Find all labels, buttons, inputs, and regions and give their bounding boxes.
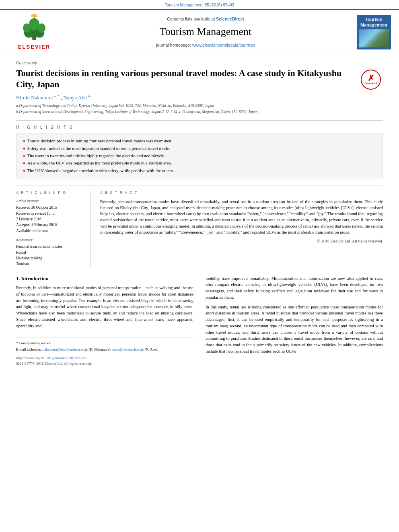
highlights-header: H I G H L I G H T S: [16, 125, 383, 130]
email1-name: (H. Nakamura),: [88, 347, 111, 351]
abstract-col: A B S T R A C T Recently, personal trans…: [100, 190, 383, 267]
journal-citation-bar: Tourism Management 55 (2016) 85–93: [0, 0, 399, 9]
history-received: Received 30 October 2015: [16, 205, 84, 210]
highlight-text-4: As a whole, the ULV was regarded as the …: [27, 160, 172, 166]
author2-sup: b: [88, 94, 90, 98]
highlight-text-1: Tourist decision process in renting four…: [27, 138, 173, 144]
svg-point-10: [33, 14, 35, 16]
case-study-label: Case study: [16, 60, 383, 66]
body-left-column: 1. Introduction Recently, in addition to…: [16, 275, 193, 366]
history-accepted: Accepted 8 February 2016: [16, 222, 84, 228]
article-title: Tourist decisions in renting various per…: [16, 68, 383, 90]
contents-available-line: Contents lists available at ScienceDirec…: [60, 16, 351, 22]
elsevier-tree-icon: [14, 14, 54, 42]
body-right-text1: mobility have improved remarkably. Minia…: [206, 275, 383, 301]
author1-sup: a, *: [54, 94, 60, 98]
abstract-title: A B S T R A C T: [100, 190, 383, 195]
homepage-url[interactable]: www.elsevier.com/locate/tourman: [192, 43, 255, 47]
elsevier-logo-area: ELSEVIER: [8, 14, 60, 51]
keyword-2: Rental: [16, 250, 84, 255]
highlight-item-5: ♦ The ULV showed a negative correlation …: [23, 168, 376, 174]
affiliation-a-text: a Department of Technology and Policy, K…: [16, 104, 214, 108]
author2-name: Naoya Abe: [63, 94, 86, 101]
journal-header-center: Contents lists available at ScienceDirec…: [60, 16, 351, 48]
highlight-bullet-1: ♦: [23, 138, 25, 144]
footnote-section: * Corresponding author. E-mail addresses…: [16, 337, 193, 366]
abstract-text: Recently, personal transportation modes …: [100, 199, 383, 235]
issn-line: 0261-5177/© 2016 Elsevier Ltd. All right…: [16, 361, 193, 366]
author2-link[interactable]: Naoya Abe: [63, 94, 88, 101]
highlight-item-2: ♦ Safety was ranked as the most importan…: [23, 146, 376, 152]
affiliation-b: b Department of International Developmen…: [16, 109, 383, 115]
highlight-bullet-4: ♦: [23, 160, 25, 166]
history-revised-date: 7 February 2016: [16, 217, 84, 222]
journal-header: ELSEVIER Contents lists available at Sci…: [0, 9, 399, 55]
article-info-title: A R T I C L E I N F O: [16, 190, 84, 195]
doi-link[interactable]: http://dx.doi.org/10.1016/j.tourman.2016…: [16, 356, 86, 360]
highlights-section: H I G H L I G H T S ♦ Tourist decision p…: [16, 120, 383, 179]
doi-line: http://dx.doi.org/10.1016/j.tourman.2016…: [16, 355, 193, 361]
article-body: 1. Introduction Recently, in addition to…: [16, 275, 383, 366]
author1-name: Hiroki Nakamura: [16, 94, 53, 101]
keyword-1: Personal transportation modes: [16, 244, 84, 249]
intro-section-title: 1. Introduction: [16, 275, 193, 283]
highlight-item-1: ♦ Tourist decision process in renting fo…: [23, 138, 376, 144]
crossmark-icon: ✗ CrossMark: [361, 70, 381, 90]
affiliation-a: a Department of Technology and Policy, K…: [16, 103, 383, 109]
crossmark-cross-symbol: ✗: [368, 74, 374, 82]
contents-text: Contents lists available at: [167, 16, 215, 21]
keyword-3: Decision making: [16, 256, 84, 261]
highlight-text-5: The ULV showed a negative correlation wi…: [27, 168, 174, 174]
svg-point-6: [38, 23, 45, 32]
highlight-item-3: ♦ The users in twenties and thirties hig…: [23, 153, 376, 159]
author1-link[interactable]: Hiroki Nakamura: [16, 94, 54, 101]
tm-logo-box: TourismManagement: [357, 15, 391, 49]
highlight-text-3: The users in twenties and thirties highl…: [27, 153, 166, 159]
tm-logo-area: TourismManagement: [351, 15, 391, 49]
body-right-text2: In this study, rental use is being consi…: [206, 304, 383, 355]
highlight-item-4: ♦ As a whole, the ULV was regarded as th…: [23, 160, 376, 166]
highlight-bullet-2: ♦: [23, 146, 25, 152]
copyright-line: © 2016 Elsevier Ltd. All rights reserved…: [100, 238, 383, 244]
article-info-abstract: A R T I C L E I N F O Article history: R…: [16, 185, 383, 267]
tm-logo-title: TourismManagement: [359, 17, 389, 27]
body-right-column: mobility have improved remarkably. Minia…: [206, 275, 383, 366]
svg-point-5: [23, 23, 31, 32]
highlights-box: ♦ Tourist decision process in renting fo…: [16, 134, 383, 179]
main-content: Case study Tourist decisions in renting …: [0, 55, 399, 374]
keyword-4: Tourism: [16, 261, 84, 267]
email2-name: (N. Abe).: [145, 347, 158, 351]
science-direct-link[interactable]: ScienceDirect: [216, 16, 244, 21]
article-title-text: Tourist decisions in renting various per…: [16, 68, 341, 90]
email1-link[interactable]: nakamura@doc.kyushu-u.ac.jp: [43, 347, 88, 351]
tm-logo-image: [359, 29, 389, 47]
journal-citation: Tourism Management 55 (2016) 85–93: [165, 3, 234, 7]
history-revised-label: Received in revised form: [16, 211, 84, 216]
homepage-text: journal homepage:: [156, 43, 191, 47]
elsevier-text-label: ELSEVIER: [18, 43, 50, 51]
elsevier-logo: ELSEVIER: [8, 14, 60, 51]
article-info-col: A R T I C L E I N F O Article history: R…: [16, 190, 90, 267]
email2-link[interactable]: nabe@ide.titech.ac.jp: [112, 347, 144, 351]
authors-line: Hiroki Nakamura a, * , Naoya Abe b: [16, 94, 383, 102]
crossmark-label: CrossMark: [364, 82, 377, 85]
highlight-text-2: Safety was ranked as the most important …: [27, 146, 170, 152]
body-left-text1: Recently, in addition to more traditiona…: [16, 285, 193, 329]
affiliation-b-text: b Department of International Developmen…: [16, 110, 257, 114]
crossmark-badge: ✗ CrossMark: [361, 70, 383, 92]
history-online: Available online xxx: [16, 228, 84, 234]
journal-title: Tourism Management: [60, 25, 351, 39]
keywords-label: Keywords:: [16, 238, 84, 243]
email-footnote: E-mail addresses: nakamura@doc.kyushu-u.…: [16, 347, 193, 352]
highlight-bullet-5: ♦: [23, 168, 25, 174]
email-label: E-mail addresses:: [16, 347, 42, 351]
history-label: Article history:: [16, 199, 84, 204]
corresponding-note: * Corresponding author.: [16, 341, 193, 346]
journal-homepage-line: journal homepage: www.elsevier.com/locat…: [60, 42, 351, 48]
highlight-bullet-3: ♦: [23, 153, 25, 159]
